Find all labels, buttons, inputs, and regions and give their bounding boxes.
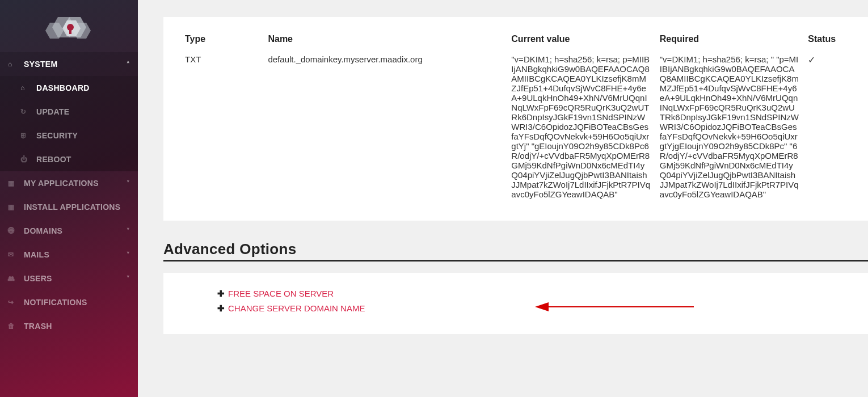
free-space-link[interactable]: ✚FREE SPACE ON SERVER <box>217 289 814 299</box>
nav-label: MAILS <box>24 250 49 259</box>
nav-reboot[interactable]: ⏻ REBOOT <box>0 147 138 171</box>
link-label: FREE SPACE ON SERVER <box>228 289 334 298</box>
cell-type: TXT <box>180 50 263 204</box>
link-label: CHANGE SERVER DOMAIN NAME <box>228 303 365 313</box>
th-type: Type <box>180 28 263 50</box>
nav-label: NOTIFICATIONS <box>24 298 87 307</box>
nav-my-applications[interactable]: ▦ MY APPLICATIONS ˅ <box>0 171 138 195</box>
table-row: TXT default._domainkey.myserver.maadix.o… <box>180 50 851 204</box>
cell-required: "v=DKIM1; h=sha256; k=rsa; " "p=MIIBIjAN… <box>655 50 804 204</box>
annotation-arrow <box>535 301 694 312</box>
advanced-panel: ✚FREE SPACE ON SERVER ✚CHANGE SERVER DOM… <box>163 273 868 334</box>
nav-label: SECURITY <box>36 131 78 140</box>
cloud-logo-icon <box>35 10 103 44</box>
home-icon: ⌂ <box>8 60 18 68</box>
nav-label: REBOOT <box>36 155 71 164</box>
nav-update[interactable]: ↻ UPDATE <box>0 100 138 124</box>
nav-trash[interactable]: 🗑︎ TRASH <box>0 314 138 338</box>
change-domain-link[interactable]: ✚CHANGE SERVER DOMAIN NAME <box>217 303 814 314</box>
nav-label: DOMAINS <box>24 226 62 235</box>
cell-name: default._domainkey.myserver.maadix.org <box>263 50 507 204</box>
nav-system[interactable]: ⌂ SYSTEM ˄ <box>0 52 138 76</box>
nav-install-applications[interactable]: ▦ INSTALL APPLICATIONS <box>0 195 138 219</box>
nav-label: MY APPLICATIONS <box>24 179 99 188</box>
nav-label: INSTALL APPLICATIONS <box>24 202 120 212</box>
check-icon: ✓ <box>808 55 815 65</box>
nav-security[interactable]: ⛨ SECURITY <box>0 124 138 147</box>
nav-label: USERS <box>24 274 52 283</box>
nav: ⌂ SYSTEM ˄ ⌂ DASHBOARD ↻ UPDATE ⛨ SECURI… <box>0 52 138 338</box>
globe-icon: 🌐︎ <box>8 227 18 235</box>
power-icon: ⏻ <box>20 155 31 163</box>
mail-icon: ✉ <box>8 251 18 259</box>
nav-mails[interactable]: ✉ MAILS ˅ <box>0 243 138 267</box>
nav-notifications[interactable]: ↪ NOTIFICATIONS <box>0 290 138 314</box>
nav-label: TRASH <box>24 322 52 331</box>
chevron-down-icon: ˅ <box>127 180 130 187</box>
plus-icon: ✚ <box>217 289 225 298</box>
nav-label: SYSTEM <box>24 60 57 69</box>
nav-users[interactable]: 👥︎ USERS ˅ <box>0 267 138 290</box>
cell-status: ✓ <box>803 50 851 204</box>
plus-icon: ✚ <box>217 303 225 313</box>
chevron-down-icon: ˅ <box>127 275 130 282</box>
nav-dashboard[interactable]: ⌂ DASHBOARD <box>0 76 138 100</box>
dns-table: Type Name Current value Required Status … <box>180 28 851 204</box>
chevron-down-icon: ˅ <box>127 251 130 259</box>
refresh-icon: ↻ <box>20 108 31 116</box>
grid-icon: ▦ <box>8 179 18 187</box>
th-status: Status <box>803 28 851 50</box>
chevron-up-icon: ˄ <box>127 61 130 68</box>
main-content: Type Name Current value Required Status … <box>138 0 868 397</box>
chevron-down-icon: ˅ <box>127 227 130 235</box>
share-icon: ↪ <box>8 298 18 306</box>
dns-table-panel: Type Name Current value Required Status … <box>163 17 868 221</box>
nav-label: UPDATE <box>36 107 69 116</box>
users-icon: 👥︎ <box>8 274 18 282</box>
cell-current: "v=DKIM1; h=sha256; k=rsa; p=MIIBIjANBgk… <box>507 50 655 204</box>
th-current: Current value <box>507 28 655 50</box>
th-required: Required <box>655 28 804 50</box>
th-name: Name <box>263 28 507 50</box>
sidebar: ⌂ SYSTEM ˄ ⌂ DASHBOARD ↻ UPDATE ⛨ SECURI… <box>0 0 138 397</box>
nav-label: DASHBOARD <box>36 83 90 92</box>
logo <box>0 0 138 52</box>
trash-icon: 🗑︎ <box>8 322 18 330</box>
advanced-options-title: Advanced Options <box>163 240 868 261</box>
svg-marker-8 <box>535 302 549 311</box>
home-icon: ⌂ <box>20 84 31 92</box>
shield-icon: ⛨ <box>20 132 31 140</box>
grid-icon: ▦ <box>8 203 18 211</box>
nav-domains[interactable]: 🌐︎ DOMAINS ˅ <box>0 219 138 243</box>
svg-rect-6 <box>69 28 71 34</box>
